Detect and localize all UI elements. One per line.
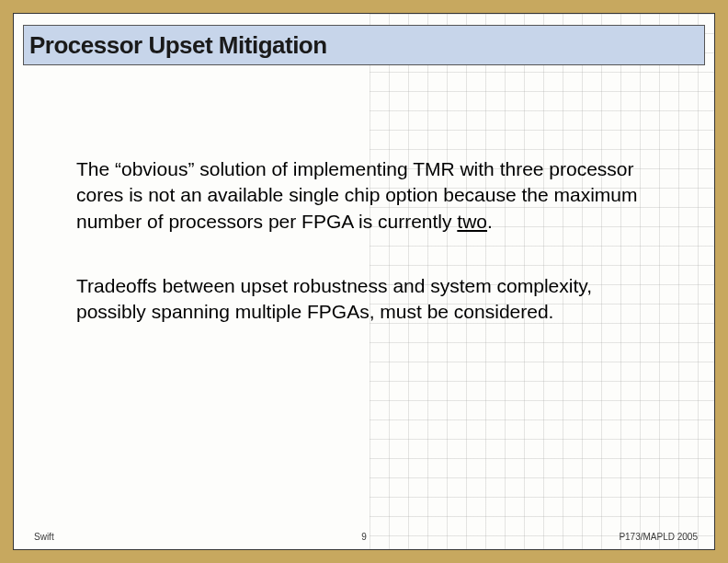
title-bar: Processor Upset Mitigation <box>23 25 705 65</box>
body-content: The “obvious” solution of implementing T… <box>76 156 659 364</box>
slide-inner: Processor Upset Mitigation The “obvious”… <box>13 13 715 550</box>
paragraph-1-text-b: . <box>487 211 493 232</box>
footer-right: P173/MAPLD 2005 <box>619 532 698 542</box>
slide: Processor Upset Mitigation The “obvious”… <box>0 0 728 563</box>
footer-left: Swift <box>34 532 54 542</box>
paragraph-1-text-a: The “obvious” solution of implementing T… <box>76 158 638 232</box>
paragraph-1-underline: two <box>457 211 487 232</box>
paragraph-1: The “obvious” solution of implementing T… <box>76 156 659 235</box>
paragraph-2: Tradeoffs between upset robustness and s… <box>76 273 659 326</box>
footer: Swift 9 P173/MAPLD 2005 <box>14 532 714 542</box>
page-number: 9 <box>361 532 367 542</box>
slide-title: Processor Upset Mitigation <box>29 31 327 60</box>
